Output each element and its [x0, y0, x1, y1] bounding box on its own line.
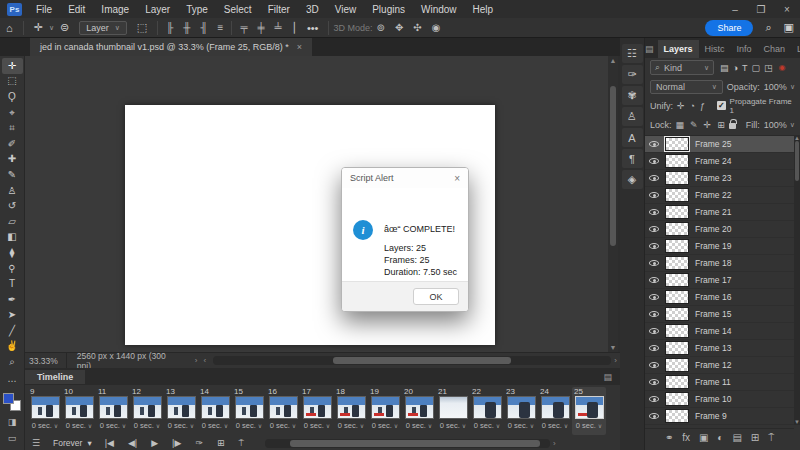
eyedropper-tool[interactable]: ✐	[2, 136, 23, 152]
frame-duration-dropdown[interactable]: 0 sec. ∨	[338, 421, 365, 430]
frame-duration-dropdown[interactable]: 0 sec. ∨	[202, 421, 229, 430]
frame-thumbnail[interactable]	[541, 396, 570, 419]
layer-row[interactable]: Frame 20	[645, 221, 794, 238]
play-button[interactable]: ▶	[144, 438, 165, 448]
crop-tool[interactable]: ⌗	[2, 120, 23, 136]
unify-position-icon[interactable]: ✛	[677, 101, 685, 111]
timeline-frame[interactable]: 21 0 sec. ∨	[436, 387, 470, 435]
timeline-frame[interactable]: 11 0 sec. ∨	[96, 387, 130, 435]
group-layers-icon[interactable]: ▤	[732, 432, 741, 443]
paragraph-panel-icon[interactable]: ¶	[622, 149, 643, 168]
color-swatches[interactable]	[3, 393, 21, 411]
layer-thumbnail[interactable]	[665, 256, 689, 270]
dialog-close-icon[interactable]: ×	[454, 173, 460, 184]
layer-row[interactable]: Frame 15	[645, 306, 794, 323]
blur-tool[interactable]: ⧫	[2, 245, 23, 261]
frame-duration-dropdown[interactable]: 0 sec. ∨	[168, 421, 195, 430]
filter-smart-objects-icon[interactable]: ◳	[762, 63, 775, 73]
scroll-right-icon[interactable]: ›	[611, 356, 620, 365]
layer-row[interactable]: Frame 12	[645, 357, 794, 374]
timeline-frame[interactable]: 19 0 sec. ∨	[368, 387, 402, 435]
move-tool[interactable]: ✛	[2, 58, 23, 74]
restore-icon[interactable]: ❐	[748, 4, 774, 15]
align-left-icon[interactable]: ╟	[162, 22, 177, 33]
layer-thumbnail[interactable]	[665, 307, 689, 321]
timeline-frame[interactable]: 18 0 sec. ∨	[334, 387, 368, 435]
frame-duration-dropdown[interactable]: 0 sec. ∨	[100, 421, 127, 430]
frame-thumbnail[interactable]	[31, 396, 60, 419]
filter-pin-icon[interactable]: ◉	[778, 63, 785, 72]
lasso-tool[interactable]: Ϙ	[2, 89, 23, 105]
close-icon[interactable]: ×	[774, 4, 800, 15]
frame-thumbnail[interactable]	[269, 396, 298, 419]
canvas-horizontal-scrollbar[interactable]	[213, 356, 611, 365]
delete-frame-button[interactable]: ⍑	[231, 438, 250, 449]
timeline-frame[interactable]: 16 0 sec. ∨	[266, 387, 300, 435]
panel-tab[interactable]: Chan	[758, 40, 792, 58]
layer-thumbnail[interactable]	[665, 205, 689, 219]
minimize-icon[interactable]: –	[722, 4, 748, 15]
filter-pixel-layers-icon[interactable]: ▤	[718, 63, 731, 73]
timeline-frame[interactable]: 9 0 sec. ∨	[28, 387, 62, 435]
marquee-tool[interactable]: ⬚	[2, 74, 23, 90]
panel-tab[interactable]: Histc	[699, 40, 731, 58]
menu-item[interactable]: Window	[413, 2, 465, 17]
workspace-icon[interactable]: ▣	[778, 21, 800, 34]
menu-item[interactable]: Edit	[60, 2, 93, 17]
align-center-h-icon[interactable]: ╫	[179, 22, 194, 33]
scroll-left-icon[interactable]: ‹	[200, 356, 209, 365]
layer-row[interactable]: Frame 25	[645, 136, 794, 153]
frame-thumbnail[interactable]	[65, 396, 94, 419]
home-icon[interactable]: ⌂	[0, 22, 19, 34]
layer-thumbnail[interactable]	[665, 341, 689, 355]
ok-button[interactable]: OK	[413, 288, 459, 305]
visibility-eye-icon[interactable]	[649, 175, 659, 181]
screen-mode-icon[interactable]: ▭	[2, 433, 23, 443]
loop-count-dropdown[interactable]: Forever ▾	[47, 438, 98, 448]
new-layer-icon[interactable]: ⊞	[751, 432, 759, 443]
timeline-frame[interactable]: 13 0 sec. ∨	[164, 387, 198, 435]
distribute-top-icon[interactable]: ╤	[236, 22, 251, 33]
healing-brush-tool[interactable]: ✚	[2, 152, 23, 168]
visibility-eye-icon[interactable]	[649, 396, 659, 402]
pan-3d-icon[interactable]: ✥	[391, 22, 407, 33]
frame-thumbnail[interactable]	[303, 396, 332, 419]
frame-duration-dropdown[interactable]: 0 sec. ∨	[372, 421, 399, 430]
layer-thumbnail[interactable]	[665, 358, 689, 372]
scrollbar-thumb[interactable]	[795, 141, 799, 181]
visibility-eye-icon[interactable]	[649, 311, 659, 317]
visibility-eye-icon[interactable]	[649, 226, 659, 232]
menu-item[interactable]: 3D	[298, 2, 327, 17]
unify-style-icon[interactable]: ƒ	[700, 101, 705, 111]
camera-3d-icon[interactable]: ◉	[428, 22, 445, 33]
timeline-frame[interactable]: 25 0 sec. ∨	[572, 387, 606, 435]
share-button[interactable]: Share	[705, 20, 753, 36]
layer-row[interactable]: Frame 13	[645, 340, 794, 357]
visibility-eye-icon[interactable]	[649, 192, 659, 198]
scroll-down-icon[interactable]: ▼	[608, 344, 618, 351]
layers-scrollbar[interactable]: ▲ ▼	[794, 135, 800, 425]
new-frame-button[interactable]: ⊞	[210, 438, 232, 448]
frame-thumbnail[interactable]	[167, 396, 196, 419]
align-right-icon[interactable]: ╢	[196, 22, 211, 33]
visibility-eye-icon[interactable]	[649, 362, 659, 368]
layer-row[interactable]: Frame 17	[645, 272, 794, 289]
tween-button[interactable]: ✑	[188, 438, 210, 448]
timeline-frame[interactable]: 15 0 sec. ∨	[232, 387, 266, 435]
first-frame-button[interactable]: |◀	[98, 438, 121, 448]
character-panel-icon[interactable]: A	[622, 128, 643, 147]
visibility-eye-icon[interactable]	[649, 413, 659, 419]
layer-row[interactable]: Frame 24	[645, 153, 794, 170]
visibility-eye-icon[interactable]	[649, 209, 659, 215]
frame-thumbnail[interactable]	[371, 396, 400, 419]
menu-item[interactable]: File	[28, 2, 60, 17]
quick-mask-icon[interactable]: ◨	[2, 417, 23, 427]
line-tool[interactable]: ╱	[2, 323, 23, 339]
type-tool[interactable]: T	[2, 276, 23, 292]
foreground-color-swatch[interactable]	[3, 393, 14, 404]
timeline-frame[interactable]: 22 0 sec. ∨	[470, 387, 504, 435]
object-selection-tool[interactable]: ⌖	[2, 105, 23, 121]
gradient-tool[interactable]: ◧	[2, 230, 23, 246]
frame-duration-dropdown[interactable]: 0 sec. ∨	[270, 421, 297, 430]
frame-thumbnail[interactable]	[439, 396, 468, 419]
